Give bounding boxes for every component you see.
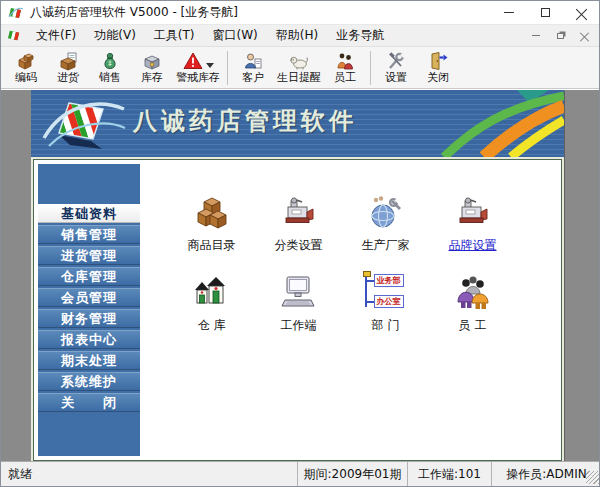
shortcut-label: 部 门 <box>372 317 400 334</box>
maximize-icon <box>541 8 550 17</box>
workstation-icon <box>280 274 318 312</box>
close-icon <box>576 7 587 18</box>
status-bar: 就绪 期间:2009年01期 工作端:101 操作员:ADMIN <box>1 461 600 486</box>
menu-bar: 文件(F) 功能(V) 工具(T) 窗口(W) 帮助(H) 业务导航 <box>1 25 599 47</box>
banner-title: 八诚药店管理软件 <box>133 105 357 137</box>
shortcut-employees[interactable]: 员 工 <box>429 262 516 338</box>
menu-window[interactable]: 窗口(W) <box>204 25 267 46</box>
dropdown-caret-icon[interactable] <box>206 63 214 68</box>
department-node: 业务部 <box>374 274 404 287</box>
mdi-minimize-button[interactable] <box>529 30 543 42</box>
brand-settings-icon <box>454 194 492 232</box>
minimize-icon <box>504 12 514 13</box>
shortcut-warehouse[interactable]: 仓 库 <box>168 262 255 338</box>
shortcut-area: 商品目录 <box>144 160 561 460</box>
shortcut-manufacturer[interactable]: 生产厂家 <box>342 182 429 258</box>
app-logo-icon <box>8 5 24 21</box>
toolbar-stock-button[interactable]: 库存 <box>131 48 173 88</box>
toolbar-staff-label: 员工 <box>334 71 356 84</box>
settings-icon <box>386 51 406 71</box>
toolbar-close-button[interactable]: 关闭 <box>417 48 459 88</box>
shortcut-label-link: 品牌设置 <box>449 237 497 254</box>
mdi-close-icon <box>580 31 589 40</box>
menu-tools[interactable]: 工具(T) <box>145 25 204 46</box>
sidebar-item-close[interactable]: 关 闭 <box>38 393 140 412</box>
shortcut-label: 生产厂家 <box>362 237 410 254</box>
mdi-restore-button[interactable] <box>553 30 567 42</box>
status-ready-text: 就绪 <box>1 466 297 483</box>
department-tree-icon: 业务部 办公室 <box>358 272 414 312</box>
sidebar-item-sales-mgmt[interactable]: 销售管理 <box>38 225 140 244</box>
menu-function[interactable]: 功能(V) <box>85 25 145 46</box>
staff-icon <box>335 51 355 71</box>
sidebar-item-system-maint[interactable]: 系统维护 <box>38 372 140 391</box>
toolbar-purchase-label: 进货 <box>57 71 79 84</box>
shortcut-department[interactable]: 业务部 办公室 部 门 <box>342 262 429 338</box>
shortcut-label: 工作端 <box>281 317 317 334</box>
toolbar-birthday-button[interactable]: 生日提醒 <box>274 48 324 88</box>
mdi-restore-icon <box>557 33 564 39</box>
mdi-close-button[interactable] <box>577 30 591 42</box>
resize-grip[interactable] <box>586 471 599 484</box>
status-period: 期间:2009年01期 <box>297 462 407 486</box>
toolbar-birthday-label: 生日提醒 <box>277 71 321 84</box>
menu-file[interactable]: 文件(F) <box>27 25 85 46</box>
menu-help[interactable]: 帮助(H) <box>267 25 327 46</box>
toolbar-customer-label: 客户 <box>242 71 264 84</box>
close-button[interactable] <box>563 1 599 24</box>
toolbar-separator <box>227 51 228 85</box>
status-workstation: 工作端:101 <box>407 462 491 486</box>
mdi-client-area: 八诚药店管理软件 基础资料 销售管理 进货管理 <box>1 90 600 463</box>
sidebar-item-period-end[interactable]: 期末处理 <box>38 351 140 370</box>
shortcut-goods-catalog[interactable]: 商品目录 <box>168 182 255 258</box>
shortcut-brand-settings[interactable]: 品牌设置 <box>429 182 516 258</box>
warehouse-icon <box>193 274 231 312</box>
toolbar-staff-button[interactable]: 员工 <box>324 48 366 88</box>
toolbar-stock-alert-button[interactable]: 警戒库存 <box>173 48 223 88</box>
birthday-reminder-icon <box>289 51 309 71</box>
sidebar-item-finance-mgmt[interactable]: 财务管理 <box>38 309 140 328</box>
toolbar-code-button[interactable]: 编码 <box>5 48 47 88</box>
sidebar-item-member-mgmt[interactable]: 会员管理 <box>38 288 140 307</box>
mdi-child-icon <box>7 28 22 43</box>
sidebar-item-basic-data[interactable]: 基础资料 <box>38 204 140 223</box>
app-window: 八诚药店管理软件 V5000 - [业务导航] 文件(F) 功能(V) 工具(T… <box>0 0 600 487</box>
sidebar-item-warehouse-mgmt[interactable]: 仓库管理 <box>38 267 140 286</box>
toolbar-separator <box>370 51 371 85</box>
shortcut-label: 员 工 <box>459 317 487 334</box>
category-settings-icon <box>280 194 318 232</box>
toolbar-sales-button[interactable]: 销售 <box>89 48 131 88</box>
exit-door-icon <box>428 51 448 71</box>
status-operator: 操作员:ADMIN <box>491 462 600 486</box>
manufacturer-icon <box>367 194 405 232</box>
code-boxes-icon <box>16 51 36 71</box>
purchase-icon <box>58 51 78 71</box>
stock-box-icon <box>142 51 162 71</box>
minimize-button[interactable] <box>491 1 527 24</box>
toolbar-settings-label: 设置 <box>385 71 407 84</box>
title-bar: 八诚药店管理软件 V5000 - [业务导航] <box>1 1 599 25</box>
toolbar-stock-alert-label: 警戒库存 <box>176 71 220 84</box>
shortcut-label: 仓 库 <box>198 317 226 334</box>
shortcut-workstation[interactable]: 工作端 <box>255 262 342 338</box>
sidebar-nav: 基础资料 销售管理 进货管理 仓库管理 会员管理 财务管理 报表中心 期末处理 … <box>38 164 140 456</box>
window-title: 八诚药店管理软件 V5000 - [业务导航] <box>30 4 238 21</box>
sidebar-item-report-center[interactable]: 报表中心 <box>38 330 140 349</box>
banner-swoosh-decoration <box>389 90 564 157</box>
company-logo-icon <box>39 93 127 153</box>
menu-business-nav[interactable]: 业务导航 <box>327 25 393 46</box>
sidebar-item-purchase-mgmt[interactable]: 进货管理 <box>38 246 140 265</box>
banner: 八诚药店管理软件 <box>31 90 564 157</box>
toolbar-code-label: 编码 <box>15 71 37 84</box>
toolbar-stock-label: 库存 <box>141 71 163 84</box>
stock-alert-icon <box>183 51 203 71</box>
shortcut-category-settings[interactable]: 分类设置 <box>255 182 342 258</box>
maximize-button[interactable] <box>527 1 563 24</box>
business-navigation-form: 八诚药店管理软件 基础资料 销售管理 进货管理 <box>31 90 564 463</box>
toolbar-customer-button[interactable]: 客户 <box>232 48 274 88</box>
sidebar-header-block <box>38 164 140 204</box>
toolbar-purchase-button[interactable]: 进货 <box>47 48 89 88</box>
toolbar-settings-button[interactable]: 设置 <box>375 48 417 88</box>
toolbar: 编码 进货 销售 <box>1 47 599 89</box>
shortcut-label: 分类设置 <box>275 237 323 254</box>
